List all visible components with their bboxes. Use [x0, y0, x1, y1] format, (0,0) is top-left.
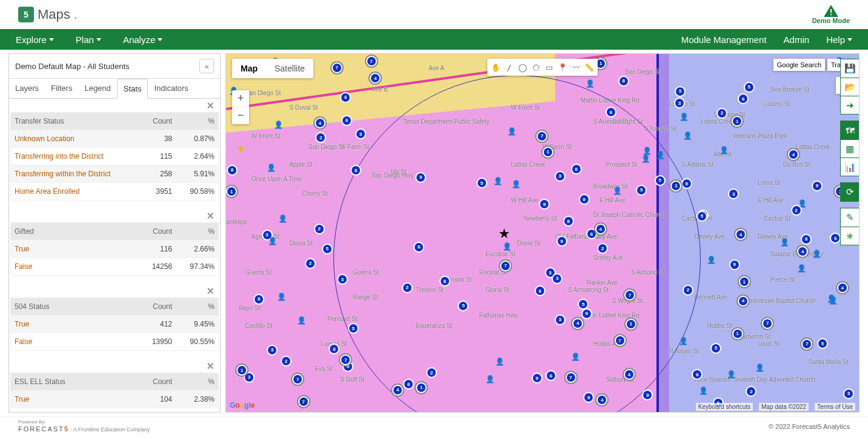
- cluster-marker-icon[interactable]: 7: [500, 260, 511, 271]
- cluster-marker-icon[interactable]: 2: [791, 205, 802, 216]
- cluster-marker-icon[interactable]: 3: [728, 188, 739, 199]
- student-marker-icon[interactable]: 👤: [268, 237, 277, 245]
- cluster-marker-icon[interactable]: 7: [624, 290, 635, 300]
- cluster-marker-icon[interactable]: 7: [292, 374, 303, 385]
- cluster-marker-icon[interactable]: 1: [732, 116, 743, 127]
- cluster-marker-icon[interactable]: 2: [281, 356, 292, 367]
- tab-indicators[interactable]: Indicators: [148, 79, 194, 98]
- student-marker-icon[interactable]: 👤: [683, 131, 692, 140]
- cluster-marker-icon[interactable]: 8: [227, 165, 238, 176]
- cluster-marker-icon[interactable]: 9: [583, 392, 594, 403]
- student-marker-icon[interactable]: 👤: [277, 293, 286, 301]
- stat-group-close[interactable]: ×: [10, 101, 219, 112]
- nav-plan[interactable]: Plan: [76, 35, 101, 45]
- cluster-marker-icon[interactable]: 4: [392, 385, 403, 396]
- sidebar-collapse-button[interactable]: «: [199, 59, 214, 73]
- cluster-marker-icon[interactable]: 2: [314, 224, 325, 234]
- cluster-marker-icon[interactable]: 3: [337, 274, 348, 285]
- student-marker-icon[interactable]: 👤: [507, 127, 516, 136]
- stat-row[interactable]: Transferring into the District1152.64%: [11, 147, 218, 165]
- cluster-marker-icon[interactable]: 9: [556, 236, 567, 247]
- cluster-marker-icon[interactable]: 8: [350, 165, 361, 176]
- cluster-marker-icon[interactable]: 5: [696, 211, 707, 222]
- cluster-marker-icon[interactable]: 5: [675, 86, 686, 97]
- student-marker-icon[interactable]: 👤: [707, 256, 716, 264]
- cluster-marker-icon[interactable]: 6: [413, 242, 424, 253]
- student-marker-icon[interactable]: 👤: [493, 177, 502, 185]
- cluster-marker-icon[interactable]: 5: [348, 323, 359, 334]
- cluster-marker-icon[interactable]: 1: [732, 328, 743, 339]
- cluster-marker-icon[interactable]: 8: [571, 164, 582, 174]
- nav-module-management[interactable]: Module Management: [681, 35, 767, 45]
- edit-icon[interactable]: ✎: [841, 208, 859, 227]
- route-tool-icon[interactable]: ⛯: [841, 227, 859, 245]
- stat-row[interactable]: True4129.45%: [11, 315, 218, 333]
- cluster-marker-icon[interactable]: 6: [738, 93, 749, 104]
- student-marker-icon[interactable]: 👤: [719, 146, 729, 154]
- cluster-marker-icon[interactable]: 8: [801, 234, 812, 245]
- student-marker-icon[interactable]: 👤: [755, 363, 764, 372]
- terms-link[interactable]: Terms of Use: [815, 403, 855, 411]
- draw-polyline-icon[interactable]: 〳: [502, 61, 516, 74]
- student-marker-icon[interactable]: 👤: [679, 113, 689, 121]
- student-marker-icon[interactable]: 👤: [613, 187, 622, 195]
- cluster-marker-icon[interactable]: 7: [366, 56, 377, 67]
- draw-hand-icon[interactable]: ✋: [489, 61, 502, 74]
- cluster-marker-icon[interactable]: 8: [329, 343, 339, 354]
- cluster-marker-icon[interactable]: 3: [555, 171, 566, 182]
- tab-filters[interactable]: Filters: [45, 79, 78, 98]
- cluster-marker-icon[interactable]: 1: [670, 181, 681, 191]
- map-canvas[interactable]: Ave AAve BS Duval StW Front StW Front St…: [225, 53, 860, 413]
- cluster-marker-icon[interactable]: 9: [532, 373, 542, 383]
- tab-layers[interactable]: Layers: [9, 79, 45, 98]
- nav-admin[interactable]: Admin: [784, 35, 810, 45]
- cluster-marker-icon[interactable]: 7: [801, 339, 812, 350]
- cluster-marker-icon[interactable]: 4: [624, 369, 635, 380]
- student-marker-icon[interactable]: 👤: [571, 353, 580, 361]
- table-view-icon[interactable]: ▦: [841, 139, 859, 158]
- cluster-marker-icon[interactable]: 2: [746, 386, 756, 397]
- google-search-button[interactable]: Google Search: [773, 59, 825, 71]
- map-type-satellite[interactable]: Satellite: [266, 59, 313, 78]
- student-marker-icon[interactable]: 👤: [502, 242, 512, 251]
- refresh-icon[interactable]: ⟳: [841, 183, 859, 201]
- student-marker-icon[interactable]: 👤: [641, 154, 650, 163]
- cluster-marker-icon[interactable]: 6: [546, 370, 556, 381]
- cluster-marker-icon[interactable]: 6: [341, 115, 352, 126]
- cluster-marker-icon[interactable]: 9: [812, 181, 823, 191]
- cluster-marker-icon[interactable]: 4: [738, 296, 749, 307]
- stat-row[interactable]: True1162.66%: [11, 240, 218, 257]
- save-icon[interactable]: 💾: [841, 59, 859, 78]
- cluster-marker-icon[interactable]: 6: [535, 285, 546, 296]
- cluster-marker-icon[interactable]: 9: [539, 199, 550, 210]
- student-marker-icon[interactable]: 👤: [297, 316, 306, 325]
- cluster-marker-icon[interactable]: 1: [416, 382, 427, 393]
- pegman-icon[interactable]: ●: [233, 139, 248, 158]
- cluster-marker-icon[interactable]: 6: [340, 92, 351, 103]
- student-marker-icon[interactable]: 👤: [486, 375, 495, 383]
- cluster-marker-icon[interactable]: 3: [843, 388, 854, 399]
- cluster-marker-icon[interactable]: 3: [355, 128, 366, 139]
- chart-view-icon[interactable]: 📊: [841, 158, 859, 176]
- student-marker-icon[interactable]: 👤: [267, 164, 276, 172]
- cluster-marker-icon[interactable]: 9: [681, 178, 692, 189]
- draw-rectangle-icon[interactable]: ▭: [542, 61, 556, 74]
- cluster-marker-icon[interactable]: 4: [315, 118, 326, 128]
- draw-marker-icon[interactable]: 📍: [556, 61, 569, 74]
- cluster-marker-icon[interactable]: 3: [552, 273, 563, 284]
- cluster-marker-icon[interactable]: 3: [555, 314, 566, 325]
- open-icon[interactable]: 📂: [841, 78, 859, 96]
- draw-circle-icon[interactable]: ◯: [516, 61, 529, 74]
- cluster-marker-icon[interactable]: 1: [542, 147, 553, 158]
- cluster-marker-icon[interactable]: 8: [439, 276, 450, 287]
- keyboard-shortcuts-link[interactable]: Keyboard shortcuts: [696, 403, 753, 411]
- cluster-marker-icon[interactable]: 9: [729, 259, 740, 270]
- nav-explore[interactable]: Explore: [16, 35, 54, 45]
- cluster-marker-icon[interactable]: 2: [402, 282, 413, 293]
- student-marker-icon[interactable]: 👤: [643, 147, 652, 155]
- cluster-marker-icon[interactable]: 5: [655, 175, 666, 186]
- cluster-marker-icon[interactable]: 5: [636, 185, 647, 196]
- student-marker-icon[interactable]: 👤: [780, 238, 789, 247]
- tab-stats[interactable]: Stats: [117, 79, 149, 99]
- cluster-marker-icon[interactable]: 4: [788, 149, 799, 160]
